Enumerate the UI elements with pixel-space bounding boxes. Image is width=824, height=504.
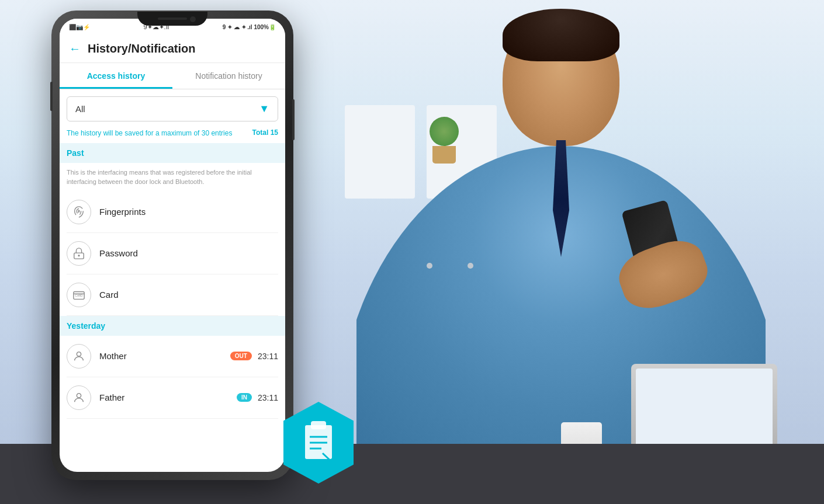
info-description: The history will be saved for a maximum … — [67, 128, 248, 138]
phone-camera — [190, 16, 196, 22]
status-icons: ⬛📷⚡ — [69, 24, 90, 30]
history-entry-father: Father IN 23:11 — [67, 377, 278, 419]
svg-rect-2 — [311, 421, 326, 429]
chevron-down-icon: ▼ — [259, 103, 269, 115]
card-label: Card — [99, 290, 119, 300]
history-entry-mother: Mother OUT 23:11 — [67, 336, 278, 377]
past-section-header: Past — [60, 143, 285, 163]
filter-dropdown[interactable]: All ▼ — [67, 96, 278, 121]
phone-speaker — [158, 18, 187, 20]
list-item: CARD Card — [67, 274, 278, 316]
person-name-father: Father — [99, 392, 237, 402]
in-badge: IN — [237, 393, 252, 402]
person-avatar-father — [67, 385, 91, 410]
laptop — [631, 364, 777, 457]
laptop-screen — [636, 369, 773, 453]
person-icon — [72, 350, 85, 363]
yesterday-section-header: Yesterday — [60, 316, 285, 336]
past-description: This is the interfacing means that was r… — [67, 163, 278, 192]
phone-mockup: ⬛📷⚡ 9✦☁✦.ıl 9 ✦ ☁ ✦ .ıl 100%🔋 ← History/… — [53, 12, 292, 479]
fingerprint-icon — [72, 206, 85, 218]
phone-screen: ⬛📷⚡ 9✦☁✦.ıl 9 ✦ ☁ ✦ .ıl 100%🔋 ← History/… — [60, 19, 285, 472]
filter-selected-value: All — [75, 104, 85, 114]
entry-time-father: 23:11 — [258, 393, 278, 402]
dot-2 — [468, 263, 473, 269]
hex-badge — [281, 399, 356, 486]
out-badge: OUT — [230, 352, 252, 360]
card-icon: CARD — [72, 289, 85, 301]
list-item: Fingerprints — [67, 192, 278, 233]
status-battery-time: 9 ✦ ☁ ✦ .ıl 100%🔋 — [223, 24, 276, 30]
background-dots — [427, 263, 473, 269]
plant-pot — [432, 146, 456, 164]
dot-1 — [427, 263, 432, 269]
password-label: Password — [99, 248, 138, 258]
battery-percent: 9 ✦ ☁ ✦ .ıl 100%🔋 — [223, 24, 276, 30]
phone-volume-button — [50, 82, 53, 111]
svg-point-10 — [78, 255, 79, 256]
man-hair — [503, 9, 619, 61]
past-section-title: Past — [67, 148, 84, 158]
status-left-icons: ⬛📷⚡ — [69, 24, 90, 30]
fingerprints-label: Fingerprints — [99, 207, 146, 217]
tab-notification-history[interactable]: Notification history — [172, 63, 285, 89]
plant-leaves — [430, 117, 459, 146]
yesterday-section-title: Yesterday — [67, 321, 105, 331]
svg-point-15 — [77, 393, 81, 397]
shelf-decoration-left — [345, 105, 415, 199]
card-icon-container: CARD — [67, 283, 91, 307]
back-button[interactable]: ← — [69, 42, 81, 55]
content-area: All ▼ The history will be saved for a ma… — [60, 89, 285, 426]
person-icon — [72, 391, 85, 404]
password-icon-container — [67, 241, 91, 266]
svg-point-14 — [77, 352, 81, 356]
svg-text:CARD: CARD — [75, 294, 84, 297]
password-icon — [72, 247, 85, 260]
list-item: Password — [67, 233, 278, 274]
tabs-container: Access history Notification history — [60, 63, 285, 89]
plant-decoration — [427, 117, 462, 164]
person-name-mother: Mother — [99, 351, 230, 361]
fingerprint-icon-container — [67, 200, 91, 224]
entry-time-mother: 23:11 — [258, 352, 278, 361]
info-row: The history will be saved for a maximum … — [67, 128, 278, 138]
person-avatar-mother — [67, 344, 91, 369]
phone-power-button — [292, 99, 295, 140]
total-count: Total 15 — [252, 128, 278, 137]
app-header: ← History/Notification — [60, 35, 285, 63]
page-title: History/Notification — [88, 42, 195, 55]
tab-access-history[interactable]: Access history — [60, 63, 172, 89]
